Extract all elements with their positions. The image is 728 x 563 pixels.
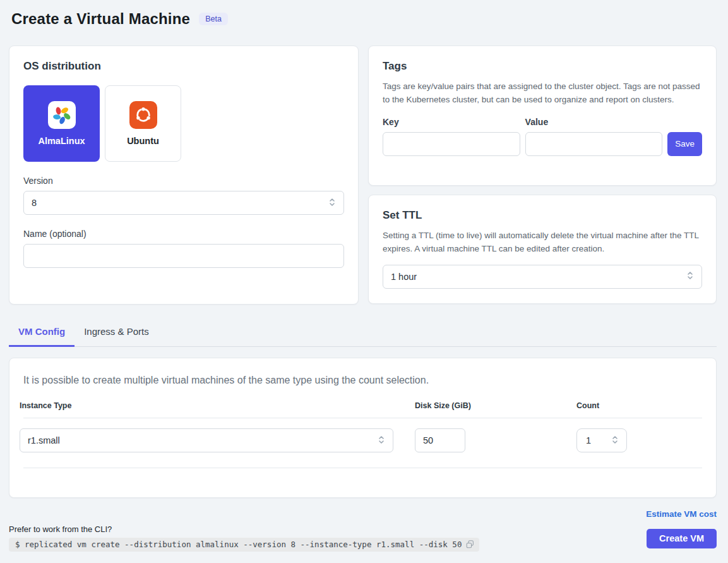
table-header-row: Instance Type Disk Size (GiB) Count (9, 401, 716, 418)
chevron-up-down-icon (611, 435, 619, 447)
version-select-value: 8 (32, 198, 37, 208)
tag-key-input[interactable] (383, 132, 520, 156)
col-disk-size: Disk Size (GiB) (405, 401, 566, 418)
tags-description: Tags are key/value pairs that are assign… (383, 80, 702, 107)
ttl-card-title: Set TTL (383, 209, 702, 222)
name-label: Name (optional) (23, 229, 344, 239)
config-tabs: VM Config Ingress & Ports (9, 321, 717, 347)
cli-prompt: Prefer to work from the CLI? (9, 524, 479, 534)
ttl-select[interactable]: 1 hour (383, 265, 702, 289)
disk-size-input[interactable] (415, 428, 465, 452)
os-option-label: Ubuntu (127, 136, 159, 146)
ttl-description: Setting a TTL (time to live) will automa… (383, 229, 702, 256)
ttl-select-value: 1 hour (391, 272, 417, 282)
footer-row: Prefer to work from the CLI? $ replicate… (9, 524, 717, 552)
cli-block: Prefer to work from the CLI? $ replicate… (9, 524, 479, 552)
create-vm-page: Create a Virtual Machine Beta OS distrib… (0, 0, 728, 563)
os-options: AlmaLinux U (23, 85, 344, 162)
panel-note: It is possible to create multiple virtua… (9, 372, 716, 386)
version-select[interactable]: 8 (23, 191, 344, 215)
name-input[interactable] (23, 244, 344, 268)
tag-key-label: Key (383, 117, 520, 127)
table-divider (23, 468, 702, 468)
chevron-up-down-icon (328, 197, 336, 209)
tab-vm-config[interactable]: VM Config (9, 321, 75, 347)
page-title: Create a Virtual Machine (11, 10, 190, 28)
vm-table: Instance Type Disk Size (GiB) Count r1.s… (9, 401, 716, 468)
instance-type-select[interactable]: r1.small (20, 428, 393, 452)
create-vm-button[interactable]: Create VM (647, 529, 717, 548)
beta-badge: Beta (199, 13, 228, 26)
os-option-ubuntu[interactable]: Ubuntu (105, 85, 181, 162)
ubuntu-logo-icon (129, 101, 157, 129)
os-option-almalinux[interactable]: AlmaLinux (23, 85, 100, 162)
estimate-row: Estimate VM cost (9, 508, 717, 519)
os-card-title: OS distribution (23, 60, 344, 73)
instance-type-value: r1.small (28, 435, 60, 445)
vm-config-panel: It is possible to create multiple virtua… (9, 358, 717, 498)
save-tag-button[interactable]: Save (667, 132, 702, 156)
chevron-up-down-icon (378, 435, 385, 447)
table-row: r1.small 1 (9, 418, 716, 468)
tags-card-title: Tags (383, 60, 702, 73)
count-value: 1 (586, 435, 591, 445)
tags-card: Tags Tags are key/value pairs that are a… (368, 45, 717, 186)
tag-value-input[interactable] (525, 132, 663, 156)
estimate-vm-cost-link[interactable]: Estimate VM cost (646, 509, 717, 519)
cli-command-text: $ replicated vm create --distribution al… (15, 540, 462, 549)
set-ttl-card: Set TTL Setting a TTL (time to live) wil… (368, 195, 717, 304)
copy-icon[interactable] (466, 540, 474, 548)
count-stepper[interactable]: 1 (576, 428, 627, 452)
chevron-up-down-icon (686, 270, 694, 282)
version-label: Version (23, 176, 344, 186)
tab-ingress-ports[interactable]: Ingress & Ports (75, 321, 158, 347)
almalinux-logo-icon (48, 101, 76, 129)
col-instance-type: Instance Type (9, 401, 405, 418)
os-option-label: AlmaLinux (38, 136, 85, 146)
page-header: Create a Virtual Machine Beta (9, 9, 717, 28)
tag-value-label: Value (525, 117, 663, 127)
col-count: Count (566, 401, 716, 418)
cli-command: $ replicated vm create --distribution al… (9, 538, 479, 552)
os-distribution-card: OS distribution AlmaLinux (9, 45, 359, 305)
